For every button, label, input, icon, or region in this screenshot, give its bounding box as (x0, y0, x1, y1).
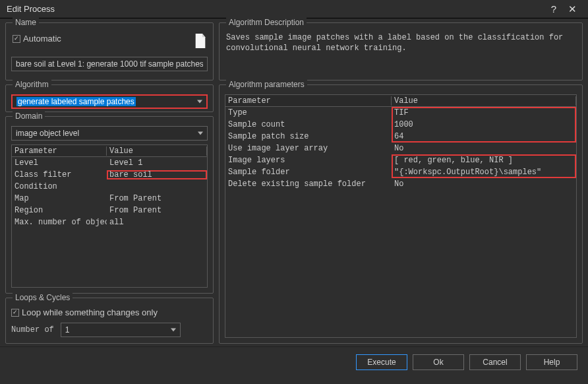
table-header: Parameter Value (225, 95, 576, 107)
cell-param: Region (12, 206, 107, 215)
header-parameter: Parameter (225, 96, 392, 106)
cell-param: Type (225, 108, 392, 117)
cell-param: Use image layer array (225, 144, 392, 153)
chevron-down-icon (197, 100, 202, 104)
cell-value: TIF (392, 108, 576, 117)
process-name-value: bare soil at Level 1: generate 1000 tif … (16, 59, 203, 69)
loop-while-checkbox[interactable]: ✓ Loop while something changes only (11, 307, 158, 317)
cell-param: Sample folder (225, 168, 392, 177)
table-row[interactable]: Delete existing sample folderNo (225, 178, 576, 190)
checkbox-box: ✓ (11, 309, 19, 317)
cell-value: bare soil (107, 170, 207, 179)
algorithm-param-table[interactable]: Parameter Value TypeTIFSample count1000S… (225, 94, 577, 338)
algorithm-value: generate labeled sample patches (16, 97, 136, 106)
cell-param: Level (12, 158, 107, 168)
parameters-legend: Algorithm parameters (226, 80, 307, 89)
algorithm-combobox[interactable]: generate labeled sample patches (11, 94, 208, 109)
cell-param: Max. number of objects (12, 218, 107, 227)
title-bar: Edit Process ? ✕ (0, 0, 588, 18)
table-row[interactable]: TypeTIF (225, 107, 576, 119)
table-row[interactable]: LevelLevel 1 (12, 157, 207, 169)
algorithm-legend: Algorithm (13, 80, 51, 89)
checkbox-box: ✓ (13, 35, 20, 43)
name-legend: Name (13, 18, 39, 27)
description-text: Saves sample image patches with a label … (225, 31, 577, 55)
table-row[interactable]: Sample count1000 (225, 119, 576, 131)
description-legend: Algorithm Description (226, 18, 307, 27)
cell-value: all (107, 218, 207, 227)
loops-legend: Loops & Cycles (13, 293, 73, 302)
algorithm-group: Algorithm generate labeled sample patche… (5, 84, 214, 112)
table-header: Parameter Value (12, 145, 207, 157)
table-row[interactable]: Sample patch size64 (225, 131, 576, 143)
cell-value: Level 1 (107, 158, 207, 168)
domain-group: Domain image object level Parameter Valu… (5, 116, 214, 294)
window-title: Edit Process (7, 4, 55, 14)
header-value: Value (107, 146, 207, 156)
cell-value: No (392, 179, 576, 189)
execute-button[interactable]: Execute (356, 354, 407, 370)
cell-param: Image layers (225, 156, 392, 165)
table-row[interactable]: Class filterbare soil (12, 169, 207, 181)
cell-param: Sample patch size (225, 132, 392, 141)
execute-label: Execute (367, 358, 396, 367)
cell-value: From Parent (107, 206, 207, 215)
chevron-down-icon (198, 132, 203, 135)
header-value: Value (392, 96, 576, 106)
cell-param: Condition (12, 182, 107, 191)
cell-value: 64 (392, 132, 576, 141)
help-label: Help (544, 358, 560, 367)
process-name-input[interactable]: bare soil at Level 1: generate 1000 tif … (11, 57, 208, 71)
cell-value: "{:Workspc.OutputRoot}\samples" (392, 168, 576, 177)
automatic-label: Automatic (23, 34, 61, 44)
chevron-down-icon (171, 329, 176, 332)
domain-combobox[interactable]: image object level (11, 126, 208, 141)
table-row[interactable]: Use image layer arrayNo (225, 143, 576, 154)
domain-combo-value: image object level (16, 129, 79, 138)
cell-value: [ red, green, blue, NIR ] (392, 156, 576, 165)
file-icon[interactable] (194, 34, 206, 50)
name-group: Name ✓ Automatic bare soil at Level 1: g… (5, 22, 214, 80)
cancel-button[interactable]: Cancel (469, 354, 521, 370)
help-icon[interactable]: ? (544, 0, 563, 18)
cell-value: No (392, 144, 576, 153)
table-row[interactable]: Max. number of objectsall (12, 216, 207, 228)
number-of-combobox[interactable]: 1 (61, 323, 181, 337)
cell-param: Delete existing sample folder (225, 179, 392, 189)
domain-legend: Domain (13, 112, 45, 121)
table-row[interactable]: RegionFrom Parent (12, 205, 207, 216)
algorithm-description-group: Algorithm Description Saves sample image… (219, 22, 583, 80)
ok-button[interactable]: Ok (413, 354, 464, 370)
domain-param-table[interactable]: Parameter Value LevelLevel 1Class filter… (11, 144, 208, 288)
table-row[interactable]: MapFrom Parent (12, 193, 207, 205)
cell-param: Map (12, 194, 107, 203)
table-row[interactable]: Image layers[ red, green, blue, NIR ] (225, 154, 576, 166)
cancel-label: Cancel (483, 358, 507, 367)
number-of-label: Number of (11, 325, 54, 335)
ok-label: Ok (433, 358, 443, 367)
algorithm-parameters-group: Algorithm parameters Parameter Value Typ… (219, 84, 583, 344)
header-parameter: Parameter (12, 146, 107, 156)
close-icon[interactable]: ✕ (563, 0, 581, 18)
cell-param: Sample count (225, 120, 392, 129)
loop-while-label: Loop while something changes only (22, 307, 158, 317)
cell-value: 1000 (392, 120, 576, 129)
automatic-checkbox[interactable]: ✓ Automatic (13, 34, 61, 44)
number-of-value: 1 (65, 325, 70, 335)
dialog-footer: Execute Ok Cancel Help (0, 346, 588, 377)
cell-param: Class filter (12, 170, 107, 179)
help-button[interactable]: Help (526, 354, 577, 370)
cell-value: From Parent (107, 194, 207, 203)
loops-group: Loops & Cycles ✓ Loop while something ch… (5, 298, 214, 344)
table-row[interactable]: Condition (12, 181, 207, 193)
table-row[interactable]: Sample folder"{:Workspc.OutputRoot}\samp… (225, 166, 576, 178)
